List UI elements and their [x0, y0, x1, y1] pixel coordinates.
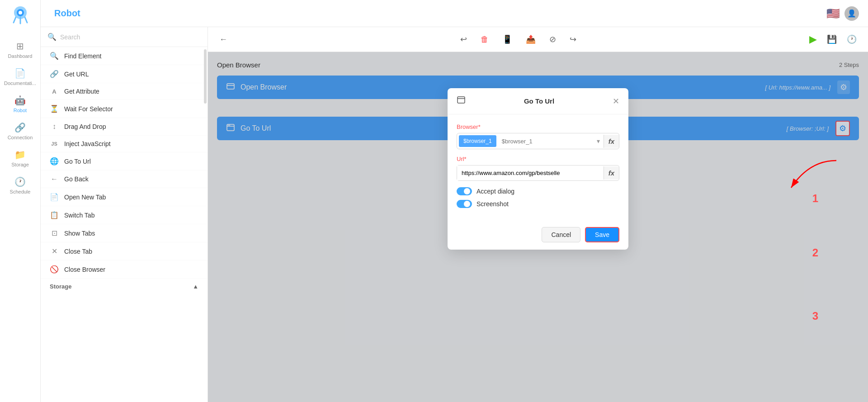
get-attribute-icon: A [50, 88, 59, 95]
annotation-number-1: 1 [812, 192, 818, 205]
go-back-icon: ← [50, 175, 59, 183]
list-item-find-element[interactable]: 🔍 Find Element [41, 47, 208, 65]
browser-input-row: $browser_1 ▾ fx [457, 133, 619, 149]
sidebar-item-dashboard[interactable]: ⊞ Dashboard [0, 36, 40, 63]
list-item-open-new-tab[interactable]: 📄 Open New Tab [41, 188, 208, 206]
list-item-show-tabs[interactable]: ⊡ Show Tabs [41, 224, 208, 242]
search-container: 🔍 [41, 27, 208, 47]
panel-scroll: 🔍 Find Element 🔗 Get URL A Get Attribute… [41, 47, 208, 402]
go-to-url-icon: 🌐 [50, 157, 59, 166]
app-header: Robot 🇺🇸 👤 [41, 0, 868, 27]
workspace: ← ↩ 🗑 📱 📤 ⊘ ↪ ▶ 💾 🕐 Open Browser 2 Steps [208, 27, 868, 402]
list-item-close-browser[interactable]: 🚫 Close Browser [41, 260, 208, 279]
documentation-icon: 📄 [14, 68, 26, 79]
save-button[interactable]: Save [585, 227, 619, 242]
connection-icon: 🔗 [14, 122, 26, 133]
robot-icon: 🤖 [14, 95, 26, 106]
app-title: Robot [54, 8, 80, 19]
url-label: Url* [457, 156, 619, 162]
wait-for-selector-icon: ⏳ [50, 104, 59, 113]
search-icon: 🔍 [47, 33, 57, 41]
schedule-icon: 🕐 [14, 176, 26, 187]
get-url-icon: 🔗 [50, 70, 59, 78]
toolbar: ← ↩ 🗑 📱 📤 ⊘ ↪ ▶ 💾 🕐 [208, 27, 868, 52]
modal-header-icon [457, 95, 466, 107]
list-item-drag-and-drop[interactable]: ↕ Drag And Drop [41, 118, 208, 136]
browser-input[interactable] [498, 134, 593, 148]
find-element-icon: 🔍 [50, 52, 59, 60]
list-item-go-to-url[interactable]: 🌐 Go To Url [41, 152, 208, 170]
flag-icon: 🇺🇸 [826, 7, 840, 20]
sidebar-item-schedule[interactable]: 🕐 Schedule [0, 172, 40, 199]
screenshot-row: Screenshot [457, 200, 619, 208]
sidebar-item-robot[interactable]: 🤖 Robot [0, 90, 40, 118]
cancel-button[interactable]: Cancel [542, 227, 580, 242]
undo-button[interactable]: ↩ [458, 32, 469, 47]
svg-point-5 [19, 11, 22, 14]
storage-icon: 📁 [14, 149, 26, 160]
list-item-go-back[interactable]: ← Go Back [41, 170, 208, 188]
storage-section-header: Storage ▲ [41, 279, 208, 292]
block-button[interactable]: ⊘ [547, 32, 558, 47]
play-button[interactable]: ▶ [807, 31, 819, 47]
header-right: 🇺🇸 👤 [826, 6, 859, 21]
close-tab-icon: ✕ [50, 247, 59, 255]
svg-rect-12 [458, 97, 465, 103]
export-button[interactable]: 📤 [524, 32, 538, 47]
modal-close-button[interactable]: ✕ [613, 96, 619, 106]
browser-dropdown-button[interactable]: ▾ [593, 134, 604, 148]
flow-canvas: Open Browser 2 Steps Open Browser [ Url:… [208, 52, 868, 402]
redo-button[interactable]: ↪ [567, 32, 579, 47]
user-avatar[interactable]: 👤 [844, 6, 859, 21]
annotation-number-2: 2 [812, 246, 818, 259]
screenshot-toggle[interactable] [457, 200, 472, 208]
browser-fx-button[interactable]: fx [604, 135, 619, 148]
inject-js-icon: JS [50, 141, 59, 147]
sidebar-item-connection[interactable]: 🔗 Connection [0, 118, 40, 145]
browser-label: Browser* [457, 123, 619, 130]
url-input[interactable] [457, 166, 604, 180]
accept-dialog-row: Accept dialog [457, 187, 619, 195]
close-browser-icon: 🚫 [50, 265, 59, 274]
list-item-get-attribute[interactable]: A Get Attribute [41, 83, 208, 100]
sidebar-item-documentation[interactable]: 📄 Documentati... [0, 63, 40, 90]
history-button[interactable]: 🕐 [844, 32, 859, 47]
modal-body: Browser* $browser_1 ▾ fx Url* [448, 114, 628, 222]
delete-button[interactable]: 🗑 [478, 33, 491, 47]
sidebar-item-storage[interactable]: 📁 Storage [0, 145, 40, 172]
modal-footer: Cancel Save [448, 222, 628, 250]
switch-tab-icon: 📋 [50, 211, 59, 219]
accept-dialog-toggle[interactable] [457, 187, 472, 195]
list-item-inject-js[interactable]: JS Inject JavaScript [41, 136, 208, 152]
save-button[interactable]: 💾 [825, 32, 839, 47]
dashboard-icon: ⊞ [16, 41, 24, 52]
list-item-close-tab[interactable]: ✕ Close Tab [41, 242, 208, 260]
mobile-button[interactable]: 📱 [500, 32, 514, 47]
search-input[interactable] [60, 33, 201, 41]
modal-overlay: Go To Url ✕ Browser* $browser_1 ▾ fx [208, 52, 868, 402]
list-item-get-url[interactable]: 🔗 Get URL [41, 65, 208, 83]
go-to-url-modal: Go To Url ✕ Browser* $browser_1 ▾ fx [448, 88, 628, 250]
storage-section-arrow[interactable]: ▲ [193, 283, 198, 290]
back-button[interactable]: ← [217, 33, 230, 47]
url-fx-button[interactable]: fx [604, 166, 619, 180]
modal-header: Go To Url ✕ [448, 88, 628, 114]
annotation-number-3: 3 [812, 310, 818, 322]
url-input-row: fx [457, 165, 619, 181]
show-tabs-icon: ⊡ [50, 229, 59, 237]
svg-line-2 [14, 17, 16, 23]
browser-tag: $browser_1 [459, 135, 496, 147]
open-new-tab-icon: 📄 [50, 193, 59, 201]
app-logo [9, 5, 32, 27]
list-item-wait-for-selector[interactable]: ⏳ Wait For Selector [41, 100, 208, 118]
scroll-thumb[interactable] [204, 49, 207, 104]
drag-and-drop-icon: ↕ [50, 123, 59, 131]
svg-line-4 [25, 17, 27, 23]
sidebar: ⊞ Dashboard 📄 Documentati... 🤖 Robot 🔗 C… [0, 0, 41, 402]
left-panel: 🔍 🔍 Find Element 🔗 Get URL A Get Attribu… [41, 27, 208, 402]
list-item-switch-tab[interactable]: 📋 Switch Tab [41, 206, 208, 224]
main-content: 🔍 🔍 Find Element 🔗 Get URL A Get Attribu… [41, 27, 868, 402]
modal-title: Go To Url [470, 97, 608, 105]
